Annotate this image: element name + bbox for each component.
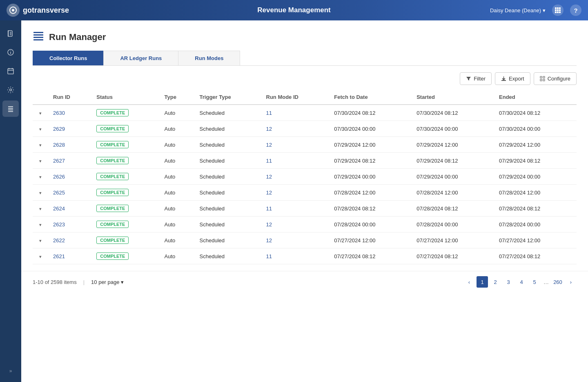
row-expand-button-2624[interactable]: ▾ — [38, 206, 43, 212]
export-button[interactable]: Export — [495, 72, 530, 85]
row-expand-button-2628[interactable]: ▾ — [38, 142, 43, 148]
page-3-button[interactable]: 3 — [503, 276, 514, 288]
sidebar-item-calendar[interactable] — [2, 63, 19, 79]
run-mode-link-2627[interactable]: 11 — [266, 158, 272, 164]
sidebar-expand-button[interactable]: » — [2, 365, 19, 377]
run-id-cell: 2626 — [48, 169, 91, 185]
run-id-cell: 2623 — [48, 217, 91, 232]
row-expand-button-2629[interactable]: ▾ — [38, 126, 43, 132]
run-mode-link-2626[interactable]: 12 — [266, 174, 272, 180]
table-row: ▾ 2624 COMPLETE Auto Scheduled 11 07/28/… — [33, 201, 577, 217]
table-row: ▾ 2626 COMPLETE Auto Scheduled 12 07/29/… — [33, 169, 577, 185]
table-row: ▾ 2629 COMPLETE Auto Scheduled 12 07/30/… — [33, 121, 577, 137]
run-mode-link-2624[interactable]: 11 — [266, 206, 272, 212]
run-mode-link-2630[interactable]: 11 — [266, 110, 272, 116]
sidebar-item-info[interactable] — [2, 44, 19, 60]
run-id-cell: 2629 — [48, 121, 91, 137]
svg-rect-10 — [559, 11, 561, 13]
run-mode-link-2623[interactable]: 12 — [266, 221, 272, 228]
status-cell: COMPLETE — [91, 105, 159, 121]
page-last-button[interactable]: 260 — [552, 276, 564, 288]
tab-collector-runs[interactable]: Collector Runs — [33, 51, 104, 65]
trigger-type-cell: Scheduled — [195, 169, 261, 185]
run-mode-link-2628[interactable]: 12 — [266, 142, 272, 148]
started-cell: 07/30/2024 00:00 — [412, 121, 494, 137]
row-expand-button-2625[interactable]: ▾ — [38, 190, 43, 196]
run-mode-link-2625[interactable]: 12 — [266, 190, 272, 196]
run-mode-link-2629[interactable]: 12 — [266, 126, 272, 132]
page-5-button[interactable]: 5 — [529, 276, 540, 288]
filter-button[interactable]: Filter — [460, 72, 492, 85]
svg-rect-30 — [543, 76, 545, 78]
app-logo[interactable]: gotransverse — [7, 4, 69, 17]
sidebar-item-book[interactable] — [2, 25, 19, 42]
per-page-select[interactable]: 10 per page ▾ — [91, 279, 124, 285]
row-expand-button-2627[interactable]: ▾ — [38, 158, 43, 164]
ended-cell: 07/29/2024 00:00 — [494, 169, 577, 185]
svg-rect-23 — [33, 32, 43, 33]
page-1-button[interactable]: 1 — [477, 276, 488, 288]
row-expand-button-2626[interactable]: ▾ — [38, 174, 43, 180]
run-id-link-2621[interactable]: 2621 — [53, 253, 65, 259]
page-4-button[interactable]: 4 — [516, 276, 527, 288]
help-icon[interactable]: ? — [570, 4, 581, 16]
run-id-link-2627[interactable]: 2627 — [53, 158, 65, 164]
run-id-link-2626[interactable]: 2626 — [53, 174, 65, 180]
status-badge: COMPLETE — [96, 157, 129, 164]
type-cell: Auto — [160, 121, 195, 137]
pagination-separator: | — [83, 279, 85, 285]
fetch-to-date-cell: 07/28/2024 08:12 — [329, 201, 412, 217]
tab-run-modes[interactable]: Run Modes — [178, 51, 240, 65]
row-expand-button-2621[interactable]: ▾ — [38, 253, 43, 260]
fetch-to-date-cell: 07/28/2024 00:00 — [329, 217, 412, 232]
row-expand-button-2630[interactable]: ▾ — [38, 110, 43, 116]
run-id-link-2629[interactable]: 2629 — [53, 126, 65, 132]
fetch-to-date-cell: 07/29/2024 12:00 — [329, 137, 412, 153]
page-2-button[interactable]: 2 — [490, 276, 501, 288]
col-fetch-to-date: Fetch to Date — [329, 90, 412, 105]
sidebar-bottom: » — [2, 365, 19, 377]
col-expand — [33, 90, 48, 105]
sidebar-item-settings[interactable] — [2, 82, 19, 98]
svg-rect-14 — [8, 69, 13, 74]
svg-rect-2 — [555, 7, 557, 9]
run-mode-id-cell: 12 — [261, 121, 330, 137]
ended-cell: 07/29/2024 12:00 — [494, 137, 577, 153]
run-mode-id-cell: 11 — [261, 248, 330, 264]
table-row: ▾ 2630 COMPLETE Auto Scheduled 11 07/30/… — [33, 105, 577, 121]
row-expand-button-2623[interactable]: ▾ — [38, 221, 43, 228]
prev-page-button[interactable]: ‹ — [463, 276, 475, 288]
run-id-link-2625[interactable]: 2625 — [53, 190, 65, 196]
sidebar-item-list[interactable] — [2, 101, 19, 117]
started-cell: 07/28/2024 12:00 — [412, 185, 494, 201]
type-cell: Auto — [160, 248, 195, 264]
status-cell: COMPLETE — [91, 201, 159, 217]
tab-ar-ledger-runs[interactable]: AR Ledger Runs — [103, 51, 178, 65]
type-cell: Auto — [160, 217, 195, 232]
run-id-link-2624[interactable]: 2624 — [53, 206, 65, 212]
run-mode-id-cell: 11 — [261, 153, 330, 169]
fetch-to-date-cell: 07/29/2024 08:12 — [329, 153, 412, 169]
configure-button[interactable]: Configure — [534, 72, 577, 85]
row-expand-button-2622[interactable]: ▾ — [38, 237, 43, 244]
run-id-link-2622[interactable]: 2622 — [53, 237, 65, 243]
expand-cell: ▾ — [33, 201, 48, 217]
svg-point-1 — [12, 9, 14, 11]
run-id-link-2630[interactable]: 2630 — [53, 110, 65, 116]
expand-cell: ▾ — [33, 248, 48, 264]
run-mode-link-2622[interactable]: 12 — [266, 237, 272, 243]
status-cell: COMPLETE — [91, 121, 159, 137]
run-id-cell: 2630 — [48, 105, 91, 121]
user-menu[interactable]: Daisy Deane (Deane) ▾ — [490, 7, 546, 13]
next-page-button[interactable]: › — [565, 276, 577, 288]
svg-rect-7 — [559, 9, 561, 11]
filter-icon — [466, 76, 471, 81]
run-mode-link-2621[interactable]: 11 — [266, 253, 272, 259]
status-badge: COMPLETE — [96, 221, 129, 228]
table-row: ▾ 2627 COMPLETE Auto Scheduled 11 07/29/… — [33, 153, 577, 169]
main-content: Run Manager Collector Runs AR Ledger Run… — [21, 20, 588, 382]
run-id-link-2623[interactable]: 2623 — [53, 221, 65, 228]
apps-grid-icon[interactable] — [552, 4, 564, 16]
run-mode-id-cell: 12 — [261, 217, 330, 232]
run-id-link-2628[interactable]: 2628 — [53, 142, 65, 148]
